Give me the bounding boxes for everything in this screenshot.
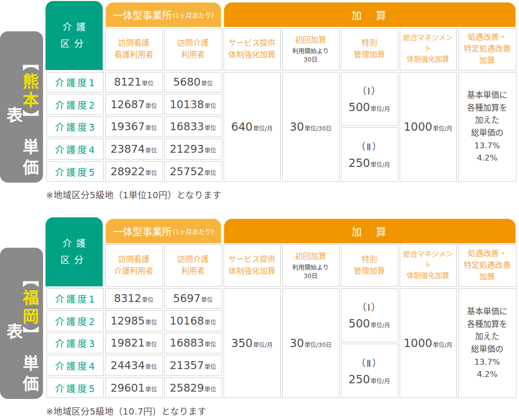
column-header-service-addon: サービス提供 体制強化加算 <box>224 28 281 70</box>
column-header-special-addon: 特別 管理加算 <box>341 28 398 70</box>
care-units-cell: 5680単位 <box>164 72 222 93</box>
care-level-label: 介護度2 <box>46 94 104 115</box>
nursing-units-cell: 29601単位 <box>105 377 163 398</box>
facility-group-subtitle: (1ヶ月あたり) <box>173 227 213 236</box>
price-grid: 介護 区分 一体型事業所(1ヶ月あたり) 加 算 訪問看護 看護利用者 訪問介護… <box>45 0 517 183</box>
care-units-cell: 5697単位 <box>164 288 222 309</box>
care-level-label: 介護度4 <box>46 355 104 376</box>
treatment-addon-cell: 基本単価に 各種加算を 加えた 総単価の 13.7% 4.2% <box>458 288 517 398</box>
care-units-cell: 21293単位 <box>164 139 222 160</box>
kumamoto-price-table: 【熊本】単価表 介護 区分 一体型事業所(1ヶ月あたり) 加 算 訪問看護 看護… <box>0 0 519 210</box>
care-level-label: 介護度3 <box>46 117 104 138</box>
column-header-visiting-nursing: 訪問看護 介護利用者 <box>105 244 163 287</box>
column-header-visiting-care: 訪問介護 利用者 <box>164 28 222 70</box>
care-level-label: 介護度4 <box>46 139 104 160</box>
care-level-label: 介護度1 <box>46 288 104 309</box>
column-header-treatment-addon: 処遇改善・ 特定処遇改善 加算 <box>458 244 517 287</box>
addon-group-header: 加 算 <box>224 219 516 243</box>
column-header-service-addon: サービス提供 体制強化加算 <box>224 244 281 287</box>
nursing-units-cell: 8312単位 <box>105 288 163 309</box>
column-header-management-addon: 総合マネジメント 体制強化加算 <box>400 244 457 287</box>
facility-group-header: 一体型事業所(1ヶ月あたり) <box>106 2 221 27</box>
facility-group-header: 一体型事業所(1ヶ月あたり) <box>106 219 221 243</box>
region-sidebar: 【熊本】単価表 <box>0 31 43 183</box>
column-header-visiting-care: 訪問介護 利用者 <box>164 244 222 287</box>
care-units-cell: 25752単位 <box>164 161 222 182</box>
care-category-header: 介護 区分 <box>45 1 103 70</box>
column-header-first-addon: 初回加算利用開始より 30日 <box>282 244 339 287</box>
first-addon-cell: 30単位/30日 <box>282 288 339 398</box>
region-title: 【福岡】単価表 <box>5 248 38 399</box>
column-header-visiting-nursing: 訪問看護 看護利用者 <box>105 28 163 70</box>
management-addon-cell: 1000単位/月 <box>400 72 457 182</box>
care-units-cell: 21357単位 <box>164 355 222 376</box>
care-level-label: 介護度3 <box>46 333 104 354</box>
service-addon-cell: 350単位/月 <box>224 288 281 398</box>
nursing-units-cell: 19821単位 <box>105 333 163 354</box>
special-addon-tier1-cell: （Ⅰ）500単位/月 <box>341 288 398 343</box>
nursing-units-cell: 12985単位 <box>105 310 163 331</box>
fukuoka-price-table: 【福岡】単価表 介護 区分 一体型事業所(1ヶ月あたり) 加 算 訪問看護 介護… <box>0 216 519 420</box>
region-name: 熊本 <box>20 73 39 110</box>
footnote: ※地域区分5級地（10.7円）となります <box>46 404 206 417</box>
region-sidebar: 【福岡】単価表 <box>0 248 43 399</box>
service-addon-cell: 640単位/月 <box>224 72 281 182</box>
nursing-units-cell: 19367単位 <box>105 117 163 138</box>
care-level-label: 介護度2 <box>46 310 104 331</box>
column-header-first-addon: 初回加算利用開始より 30日 <box>282 28 339 70</box>
price-grid: 介護 区分 一体型事業所(1ヶ月あたり) 加 算 訪問看護 介護利用者 訪問介護… <box>45 216 517 399</box>
care-units-cell: 16883単位 <box>164 333 222 354</box>
bracket-open: 【 <box>20 54 39 73</box>
facility-group-title: 一体型事業所 <box>113 224 172 238</box>
care-units-cell: 16833単位 <box>164 117 222 138</box>
special-addon-tier2-cell: （Ⅱ）250単位/月 <box>341 127 398 182</box>
nursing-units-cell: 23874単位 <box>105 139 163 160</box>
region-title: 【熊本】単価表 <box>5 31 38 183</box>
care-units-cell: 10168単位 <box>164 310 222 331</box>
care-level-label: 介護度5 <box>46 161 104 182</box>
care-level-label: 介護度1 <box>46 72 104 93</box>
care-units-cell: 10138単位 <box>164 94 222 115</box>
special-addon-tier1-cell: （Ⅰ）500単位/月 <box>341 72 398 126</box>
first-addon-note: 利用開始より 30日 <box>293 264 329 280</box>
nursing-units-cell: 24434単位 <box>105 355 163 376</box>
bracket-open: 【 <box>20 271 39 289</box>
nursing-units-cell: 8121単位 <box>105 72 163 93</box>
first-addon-cell: 30単位/30日 <box>282 72 339 182</box>
column-header-special-addon: 特別 管理加算 <box>341 244 398 287</box>
special-addon-tier2-cell: （Ⅱ）250単位/月 <box>341 344 398 398</box>
column-header-management-addon: 総合マネジメント 体制強化加算 <box>400 28 457 70</box>
addon-group-header: 加 算 <box>224 2 516 27</box>
footnote: ※地域区分5級地（1単位10円）となります <box>46 188 222 201</box>
column-header-treatment-addon: 処遇改善・ 特定処遇改善 加算 <box>458 28 517 70</box>
treatment-addon-cell: 基本単価に 各種加算を 加えた 総単価の 13.7% 4.2% <box>458 72 517 182</box>
facility-group-subtitle: (1ヶ月あたり) <box>173 10 213 20</box>
care-units-cell: 25829単位 <box>164 377 222 398</box>
nursing-units-cell: 12687単位 <box>105 94 163 115</box>
region-name: 福岡 <box>20 289 39 327</box>
first-addon-note: 利用開始より 30日 <box>293 47 329 64</box>
management-addon-cell: 1000単位/月 <box>400 288 457 398</box>
nursing-units-cell: 28922単位 <box>105 161 163 182</box>
facility-group-title: 一体型事業所 <box>113 8 172 22</box>
care-level-label: 介護度5 <box>46 377 104 398</box>
care-category-header: 介護 区分 <box>45 217 103 286</box>
